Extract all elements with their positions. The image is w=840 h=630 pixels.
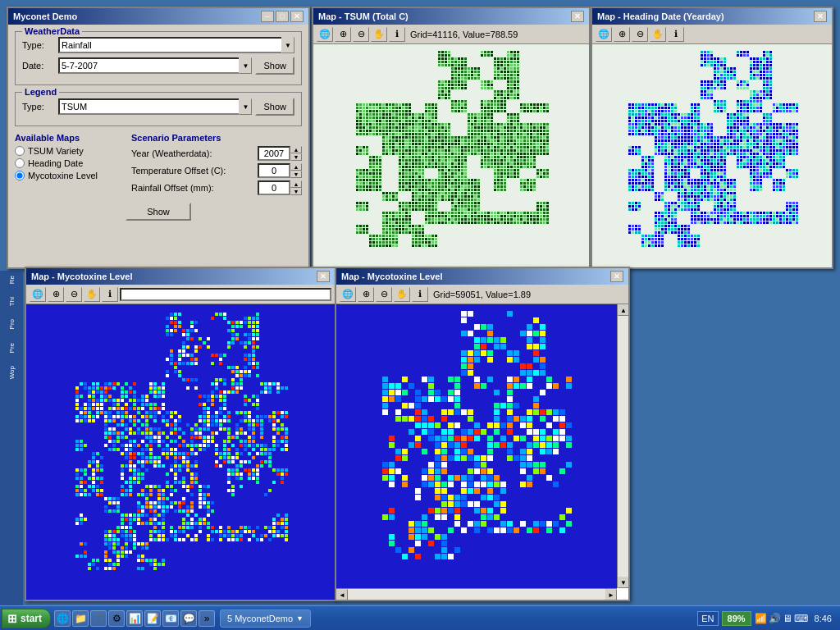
map-tsum-titlebar: Map - TSUM (Total C) ✕ (313, 8, 589, 25)
temp-spin-down[interactable]: ▼ (290, 171, 302, 178)
myco-small-info-btn[interactable]: ℹ (102, 287, 118, 302)
tray-icon2[interactable]: 🔊 (769, 613, 781, 624)
year-param-label: Year (Weatherdata): (131, 148, 254, 158)
tsum-variety-label: TSUM Variety (28, 146, 84, 156)
year-spin-down[interactable]: ▼ (290, 153, 302, 161)
mycotoxine-label: Mycotoxine Level (28, 171, 98, 180)
myco-small-map-canvas (26, 304, 335, 600)
rainfall-offset-input[interactable] (258, 180, 290, 195)
tray-icon3[interactable]: 🖥 (783, 613, 792, 624)
sidebar-re-label: Re (8, 276, 16, 284)
mycotoxine-radio[interactable] (15, 171, 25, 180)
heading-pan-btn[interactable]: ✋ (650, 27, 666, 42)
scroll-up-btn[interactable]: ▲ (618, 304, 628, 316)
temp-spin-up[interactable]: ▲ (290, 163, 302, 171)
myco-large-info-btn[interactable]: ℹ (412, 287, 428, 302)
vertical-scrollbar[interactable]: ▲ ▼ (617, 304, 628, 588)
close-button[interactable]: ✕ (290, 11, 304, 22)
map-myco-small-close[interactable]: ✕ (317, 271, 330, 282)
heading-zoomout-btn[interactable]: ⊖ (632, 27, 648, 42)
map-myco-small-title: Map - Mycotoxine Level (31, 272, 132, 281)
map-heading-toolbar: 🌐 ⊕ ⊖ ✋ ℹ (592, 25, 832, 44)
myconet-titlebar: Myconet Demo ─ □ ✕ (8, 8, 308, 25)
temp-offset-input[interactable] (258, 163, 290, 178)
horizontal-scrollbar[interactable]: ◄ ► (336, 588, 617, 600)
myco-large-map-canvas (336, 304, 617, 588)
main-show-button[interactable]: Show (126, 203, 191, 221)
legend-type-select[interactable]: TSUM (58, 98, 252, 115)
map-tsum-window: Map - TSUM (Total C) ✕ 🌐 ⊕ ⊖ ✋ ℹ Grid=41… (312, 7, 591, 269)
tsum-info-btn[interactable]: ℹ (389, 27, 405, 42)
myco-small-search-input[interactable] (120, 288, 331, 301)
heading-date-label: Heading Date (28, 158, 83, 168)
myco-small-globe-btn[interactable]: 🌐 (30, 287, 46, 302)
type-select[interactable]: Rainfall Temperature (58, 37, 294, 53)
more-icon[interactable]: » (199, 610, 215, 627)
scroll-left-btn[interactable]: ◄ (336, 589, 348, 600)
tool1-icon[interactable]: ⚙ (108, 610, 125, 627)
myco-large-globe-btn[interactable]: 🌐 (340, 287, 356, 302)
myco-large-pan-btn[interactable]: ✋ (394, 287, 410, 302)
tsum-globe-btn[interactable]: 🌐 (317, 27, 333, 42)
sidebar-pro-label: Pro (8, 319, 16, 329)
type-label: Type: (22, 40, 55, 50)
legend-type-row: Type: TSUM ▼ Show (22, 98, 294, 116)
heading-zoomin-btn[interactable]: ⊕ (614, 27, 630, 42)
year-input[interactable] (258, 146, 290, 161)
heading-date-radio[interactable] (15, 158, 25, 168)
legend-type-label: Type: (22, 102, 55, 112)
map-heading-close[interactable]: ✕ (814, 11, 827, 22)
weatherdata-show-button[interactable]: Show (255, 57, 294, 75)
rainfall-offset-row: Rainfall Offset (mm): ▲ ▼ (131, 180, 302, 195)
myco-large-zoomout-btn[interactable]: ⊖ (376, 287, 392, 302)
weatherdata-group: WeatherData Type: Rainfall Temperature ▼… (15, 31, 302, 85)
myco-large-zoomin-btn[interactable]: ⊕ (358, 287, 374, 302)
map-myco-large-close[interactable]: ✕ (610, 271, 623, 282)
myco-small-pan-btn[interactable]: ✋ (84, 287, 100, 302)
heading-globe-btn[interactable]: 🌐 (596, 27, 612, 42)
minimize-button[interactable]: ─ (261, 11, 274, 22)
tool3-icon[interactable]: 📝 (144, 610, 161, 627)
tool2-icon[interactable]: 📊 (126, 610, 143, 627)
map-myco-large-controls: ✕ (610, 271, 623, 282)
heading-info-btn[interactable]: ℹ (668, 27, 684, 42)
tool4-icon[interactable]: 📧 (162, 610, 179, 627)
rainfall-spin-up[interactable]: ▲ (290, 180, 302, 188)
map-myco-large-titlebar: Map - Mycotoxine Level ✕ (336, 268, 628, 285)
scroll-right-btn[interactable]: ► (605, 589, 617, 600)
temp-offset-row: Temperature Offset (C): ▲ ▼ (131, 163, 302, 178)
tsum-zoomin-btn[interactable]: ⊕ (335, 27, 351, 42)
show-btn-container: Show (15, 203, 302, 221)
taskbar: ⊞ start 🌐 📁 🎵 ⚙ 📊 📝 📧 💬 » 5 MyconetDemo … (0, 605, 840, 630)
tool5-icon[interactable]: 💬 (180, 610, 197, 627)
heading-map-canvas (592, 44, 832, 267)
myco-small-zoomin-btn[interactable]: ⊕ (48, 287, 64, 302)
maximize-button[interactable]: □ (276, 11, 289, 22)
map-myco-large-toolbar: 🌐 ⊕ ⊖ ✋ ℹ Grid=59051, Value=1.89 (336, 285, 628, 304)
map-myco-large-window: Map - Mycotoxine Level ✕ 🌐 ⊕ ⊖ ✋ ℹ Grid=… (335, 267, 630, 601)
date-select[interactable]: 5-7-2007 (58, 57, 252, 74)
folder-icon[interactable]: 📁 (72, 610, 89, 627)
tsum-pan-btn[interactable]: ✋ (371, 27, 387, 42)
tsum-variety-radio[interactable] (15, 146, 25, 156)
clock-display: 8:46 (811, 612, 835, 625)
map-tsum-close[interactable]: ✕ (571, 11, 584, 22)
year-spin-btns: ▲ ▼ (290, 146, 302, 161)
tsum-zoomout-btn[interactable]: ⊖ (353, 27, 369, 42)
map-myco-small-titlebar: Map - Mycotoxine Level ✕ (26, 268, 335, 285)
rainfall-spin-down[interactable]: ▼ (290, 188, 302, 195)
tray-icon1[interactable]: 📶 (755, 613, 767, 624)
year-spin-up[interactable]: ▲ (290, 146, 302, 153)
start-button[interactable]: ⊞ start (2, 609, 51, 628)
temp-offset-label: Temperature Offset (C): (131, 166, 254, 176)
media-icon[interactable]: 🎵 (90, 610, 107, 627)
map-tsum-toolbar: 🌐 ⊕ ⊖ ✋ ℹ Grid=41116, Value=788.59 (313, 25, 589, 44)
tray-icon4[interactable]: ⌨ (794, 613, 808, 624)
myconet-taskbar-app[interactable]: 5 MyconetDemo ▼ (220, 609, 311, 628)
tsum-grid-info: Grid=41116, Value=788.59 (410, 30, 518, 39)
ie-icon[interactable]: 🌐 (54, 610, 71, 627)
scroll-down-btn[interactable]: ▼ (618, 577, 628, 588)
tsum-variety-radio-row: TSUM Variety (15, 146, 125, 156)
myco-small-zoomout-btn[interactable]: ⊖ (66, 287, 82, 302)
legend-show-button[interactable]: Show (255, 98, 294, 116)
